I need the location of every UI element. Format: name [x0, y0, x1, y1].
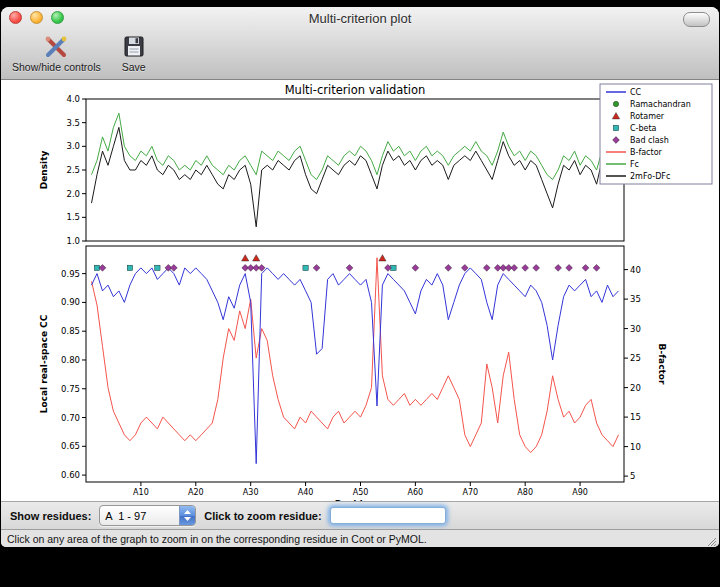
- svg-text:A20: A20: [188, 488, 204, 497]
- svg-text:Ramachandran: Ramachandran: [630, 100, 691, 109]
- svg-text:3.0: 3.0: [66, 141, 80, 151]
- zoom-button[interactable]: [51, 11, 64, 24]
- svg-text:1.5: 1.5: [66, 212, 80, 222]
- svg-text:Density: Density: [39, 151, 49, 190]
- svg-text:1.0: 1.0: [66, 236, 80, 246]
- toolbar: Show/hide controls Save: [1, 29, 719, 79]
- zoom-residue-label: Click to zoom residue:: [204, 510, 321, 522]
- window-title: Multi-criterion plot: [1, 11, 719, 26]
- save-button[interactable]: Save: [116, 32, 152, 75]
- title-bar[interactable]: Multi-criterion plot: [1, 7, 719, 29]
- series-CC: [92, 268, 619, 464]
- series-B-factor: [92, 258, 619, 453]
- svg-text:C-beta: C-beta: [630, 124, 657, 133]
- svg-text:CC: CC: [630, 88, 642, 97]
- svg-text:A40: A40: [298, 488, 314, 497]
- svg-text:A10: A10: [133, 488, 149, 497]
- toolbar-button-label: Save: [122, 61, 146, 73]
- svg-text:35: 35: [630, 294, 641, 304]
- svg-text:40: 40: [630, 265, 641, 275]
- show-residues-label: Show residues:: [10, 510, 91, 522]
- traffic-lights: [9, 11, 64, 24]
- zoom-residue-input[interactable]: [330, 507, 446, 524]
- controls-bar: Show residues: A 1 - 97 Click to zoom re…: [1, 501, 719, 529]
- svg-text:Rotamer: Rotamer: [630, 112, 665, 121]
- svg-text:A30: A30: [243, 488, 259, 497]
- svg-text:0.85: 0.85: [61, 326, 80, 336]
- show-hide-controls-button[interactable]: Show/hide controls: [7, 32, 106, 75]
- series-2mFo-DFc: [92, 127, 619, 226]
- svg-text:2.5: 2.5: [66, 165, 80, 175]
- svg-text:4.0: 4.0: [66, 94, 80, 104]
- svg-text:30: 30: [630, 324, 641, 334]
- svg-text:B-factor: B-factor: [630, 148, 663, 157]
- svg-text:0.70: 0.70: [61, 413, 80, 423]
- cc-bfactor-panel: [86, 246, 624, 482]
- app-window: Multi-criterion plot Show/hide controls: [1, 7, 719, 547]
- svg-text:3.5: 3.5: [66, 118, 80, 128]
- resize-grip[interactable]: [705, 533, 717, 545]
- minimize-button[interactable]: [30, 11, 43, 24]
- svg-text:Bad clash: Bad clash: [630, 136, 669, 145]
- svg-text:2mFo-DFc: 2mFo-DFc: [630, 172, 670, 181]
- svg-text:B-factor: B-factor: [657, 344, 667, 385]
- toolbar-button-label: Show/hide controls: [12, 61, 101, 73]
- svg-text:15: 15: [630, 412, 641, 422]
- svg-text:Multi-criterion validation: Multi-criterion validation: [285, 83, 426, 97]
- svg-text:0.95: 0.95: [61, 269, 80, 279]
- save-icon: [121, 34, 147, 60]
- svg-text:A80: A80: [517, 488, 533, 497]
- plot-area: Multi-criterion validation1.01.52.02.53.…: [1, 80, 719, 501]
- multi-criterion-chart[interactable]: Multi-criterion validation1.01.52.02.53.…: [2, 80, 718, 501]
- svg-text:A70: A70: [462, 488, 478, 497]
- series-Fc: [92, 113, 619, 179]
- svg-text:20: 20: [630, 383, 641, 393]
- tools-icon: [43, 34, 69, 60]
- svg-text:A50: A50: [353, 488, 369, 497]
- svg-text:A90: A90: [572, 488, 588, 497]
- svg-text:25: 25: [630, 353, 641, 363]
- svg-text:10: 10: [630, 442, 641, 452]
- svg-text:5: 5: [630, 471, 635, 481]
- svg-text:A60: A60: [408, 488, 424, 497]
- density-panel: [86, 99, 624, 241]
- svg-text:0.75: 0.75: [61, 384, 80, 394]
- stepper-icon: [179, 506, 195, 525]
- status-bar: Click on any area of the graph to zoom i…: [1, 529, 719, 547]
- residue-range-value: A 1 - 97: [100, 510, 179, 522]
- svg-text:Local real-space CC: Local real-space CC: [39, 314, 49, 413]
- close-button[interactable]: [9, 11, 22, 24]
- svg-text:0.80: 0.80: [61, 355, 80, 365]
- svg-text:0.90: 0.90: [61, 297, 80, 307]
- svg-text:Fc: Fc: [630, 160, 639, 169]
- svg-text:2.0: 2.0: [66, 189, 80, 199]
- window-header: Multi-criterion plot Show/hide controls: [1, 7, 719, 80]
- toolbar-toggle-button[interactable]: [683, 12, 710, 27]
- status-text: Click on any area of the graph to zoom i…: [7, 533, 427, 545]
- chart-legend: CCRamachandranRotamerC-betaBad clashB-fa…: [600, 84, 712, 184]
- svg-text:0.65: 0.65: [61, 441, 80, 451]
- svg-text:0.60: 0.60: [61, 470, 80, 480]
- residue-range-select[interactable]: A 1 - 97: [99, 505, 196, 526]
